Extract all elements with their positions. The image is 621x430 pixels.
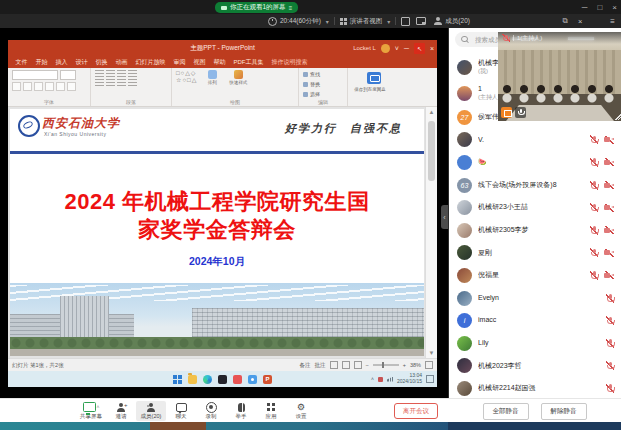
highlight-button[interactable]: [67, 82, 76, 91]
indent-button[interactable]: [117, 70, 126, 77]
font-color-button[interactable]: [56, 82, 65, 91]
taskbar-app-icon-chat[interactable]: [248, 375, 257, 384]
tab-pdf-tools[interactable]: PDF工具集: [230, 58, 267, 67]
tab-design[interactable]: 设计: [72, 58, 91, 67]
scrollbar-thumb[interactable]: [428, 121, 435, 181]
speaker-video-tile[interactable]: 1(主持人): [498, 32, 621, 121]
font-size-box[interactable]: [60, 70, 76, 80]
member-row[interactable]: V.: [449, 129, 621, 152]
panel-collapse-handle[interactable]: ‹: [441, 205, 448, 229]
raise-hand-button[interactable]: 举手: [226, 402, 256, 420]
align-center-button[interactable]: [106, 79, 115, 86]
unmute-button[interactable]: 解除静音: [541, 403, 587, 420]
arrange-button[interactable]: 排列: [201, 70, 223, 98]
member-row[interactable]: 夏刚: [449, 242, 621, 265]
numbering-button[interactable]: [106, 70, 115, 77]
more-menu-icon[interactable]: ≡: [610, 17, 615, 26]
member-row[interactable]: Lily: [449, 332, 621, 355]
font-controls[interactable]: [12, 70, 86, 98]
bold-button[interactable]: [12, 82, 21, 91]
comments-toggle[interactable]: 批注: [315, 362, 326, 369]
zoom-slider[interactable]: [373, 364, 399, 366]
member-row[interactable]: Evelyn: [449, 287, 621, 310]
font-name-box[interactable]: [12, 70, 58, 80]
member-row[interactable]: 🍉: [449, 151, 621, 174]
edge-browser-icon[interactable]: [203, 375, 212, 384]
paragraph-controls[interactable]: [95, 70, 167, 98]
screen-share-banner[interactable]: 你正在观看1的屏幕 ≡: [215, 2, 298, 13]
slide-scrollbar[interactable]: ▲ ▼: [425, 107, 437, 358]
close-button[interactable]: ×: [612, 3, 617, 12]
select-button[interactable]: 选择: [303, 90, 343, 98]
slide[interactable]: 西安石油大学 Xi'an Shiyou University 好学力行 自强不息…: [10, 109, 424, 356]
banner-menu-icon[interactable]: ≡: [289, 5, 293, 11]
start-icon[interactable]: [173, 375, 182, 384]
leave-meeting-button[interactable]: 离开会议: [394, 403, 438, 419]
member-row[interactable]: 机械2023李哲: [449, 355, 621, 378]
shapes-row[interactable]: ☆○□△: [176, 77, 197, 84]
taskbar-app-icon-red[interactable]: [233, 375, 242, 384]
chat-button[interactable]: 聊天: [166, 402, 196, 420]
tab-transitions[interactable]: 切换: [92, 58, 111, 67]
tab-insert[interactable]: 插入: [52, 58, 71, 67]
apps-button[interactable]: 应用: [256, 402, 286, 420]
fullscreen-icon[interactable]: [401, 17, 410, 26]
baidu-save-button[interactable]: 保存到百度网盘: [352, 70, 396, 106]
powerpoint-taskbar-icon[interactable]: P: [263, 375, 272, 384]
zoom-in-icon[interactable]: +: [403, 362, 406, 368]
line-spacing-button[interactable]: [128, 70, 137, 77]
floating-window-icon[interactable]: [416, 17, 426, 25]
invite-button[interactable]: + 邀请: [106, 402, 136, 420]
resize-handle-icon[interactable]: [614, 113, 621, 120]
scroll-down-icon[interactable]: ▼: [426, 348, 437, 358]
taskbar-app-icon-dark[interactable]: [218, 375, 227, 384]
align-left-button[interactable]: [95, 79, 104, 86]
file-explorer-icon[interactable]: [188, 375, 197, 384]
fit-to-window-icon[interactable]: [425, 361, 433, 369]
zoom-level[interactable]: 38%: [410, 362, 421, 368]
tray-app-icon[interactable]: [378, 377, 383, 382]
network-icon[interactable]: [387, 377, 393, 382]
tab-review[interactable]: 审阅: [170, 58, 189, 67]
members-button[interactable]: 成员(20): [136, 401, 166, 421]
members-count-button[interactable]: 成员(20): [434, 17, 470, 26]
account-name[interactable]: Locket L: [353, 45, 376, 51]
slide-sorter-icon[interactable]: [342, 361, 350, 369]
tab-home[interactable]: 开始: [32, 58, 51, 67]
share-screen-button[interactable]: ˄ 共享屏幕: [76, 402, 106, 420]
tray-expand-icon[interactable]: ˄: [371, 376, 374, 382]
view-mode-dropdown[interactable]: 演讲者视图: [340, 17, 391, 26]
tell-me-search[interactable]: 操作说明搜索: [268, 58, 311, 67]
chevron-up-icon[interactable]: ˄: [97, 404, 100, 410]
find-button[interactable]: 查找: [303, 70, 343, 78]
member-row[interactable]: 倪福星: [449, 264, 621, 287]
member-row[interactable]: 机械研2305李梦: [449, 219, 621, 242]
slideshow-view-icon[interactable]: [354, 361, 362, 369]
replace-button[interactable]: 替换: [303, 80, 343, 88]
settings-button[interactable]: ⚙ 设置: [286, 402, 316, 420]
align-right-button[interactable]: [117, 79, 126, 86]
tab-file[interactable]: 文件: [12, 58, 31, 67]
member-row[interactable]: 63 线下会场(场外投屏设备)8: [449, 174, 621, 197]
quick-styles-button[interactable]: 快速样式: [227, 70, 249, 98]
record-button[interactable]: 录制: [196, 402, 226, 420]
tab-animations[interactable]: 动画: [112, 58, 131, 67]
mute-all-button[interactable]: 全部静音: [483, 403, 529, 420]
notes-toggle[interactable]: 备注: [300, 362, 311, 369]
underline-button[interactable]: [34, 82, 43, 91]
member-row[interactable]: i imacc: [449, 309, 621, 332]
ppt-minimize-button[interactable]: ─: [404, 45, 409, 52]
panel-popout-icon[interactable]: ⧉: [563, 16, 568, 26]
account-avatar[interactable]: [381, 44, 390, 53]
zoom-out-icon[interactable]: −: [366, 362, 369, 368]
minimize-button[interactable]: ─: [582, 3, 588, 12]
notifications-icon[interactable]: [426, 375, 434, 383]
scroll-up-icon[interactable]: ▲: [426, 107, 437, 117]
normal-view-icon[interactable]: [330, 361, 338, 369]
shapes-gallery[interactable]: □○△◇ ☆○□△: [176, 70, 197, 98]
bullets-button[interactable]: [95, 70, 104, 77]
italic-button[interactable]: [23, 82, 32, 91]
tab-help[interactable]: 帮助: [210, 58, 229, 67]
shadow-button[interactable]: [45, 82, 54, 91]
shapes-row[interactable]: □○△◇: [176, 70, 197, 77]
